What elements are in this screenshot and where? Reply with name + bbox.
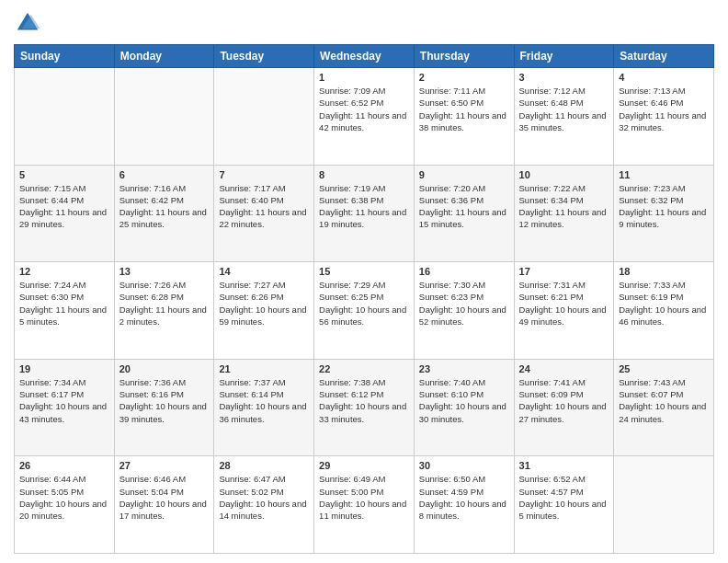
day-cell: 11Sunrise: 7:23 AM Sunset: 6:32 PM Dayli… xyxy=(614,165,714,262)
day-info: Sunrise: 7:34 AM Sunset: 6:17 PM Dayligh… xyxy=(19,376,109,425)
day-info: Sunrise: 7:26 AM Sunset: 6:28 PM Dayligh… xyxy=(119,279,210,327)
day-number: 16 xyxy=(419,266,509,277)
day-info: Sunrise: 6:44 AM Sunset: 5:05 PM Dayligh… xyxy=(19,473,109,522)
day-info: Sunrise: 7:23 AM Sunset: 6:32 PM Dayligh… xyxy=(619,182,709,231)
day-info: Sunrise: 7:13 AM Sunset: 6:46 PM Dayligh… xyxy=(619,85,709,133)
day-cell: 15Sunrise: 7:29 AM Sunset: 6:25 PM Dayli… xyxy=(314,262,415,360)
calendar-body: 1Sunrise: 7:09 AM Sunset: 6:52 PM Daylig… xyxy=(15,68,714,554)
day-cell: 10Sunrise: 7:22 AM Sunset: 6:34 PM Dayli… xyxy=(514,165,614,262)
day-number: 12 xyxy=(19,266,109,277)
day-info: Sunrise: 6:50 AM Sunset: 4:59 PM Dayligh… xyxy=(419,473,509,522)
day-info: Sunrise: 7:11 AM Sunset: 6:50 PM Dayligh… xyxy=(419,85,509,133)
header-row: SundayMondayTuesdayWednesdayThursdayFrid… xyxy=(15,45,714,68)
day-number: 11 xyxy=(619,169,709,180)
day-cell: 4Sunrise: 7:13 AM Sunset: 6:46 PM Daylig… xyxy=(614,68,714,166)
day-number: 10 xyxy=(519,169,609,180)
header xyxy=(14,9,714,37)
week-row-5: 26Sunrise: 6:44 AM Sunset: 5:05 PM Dayli… xyxy=(15,456,714,554)
day-number: 17 xyxy=(519,266,609,277)
day-number: 9 xyxy=(419,169,509,180)
day-number: 1 xyxy=(319,72,409,83)
day-header-monday: Monday xyxy=(114,45,214,68)
day-cell: 18Sunrise: 7:33 AM Sunset: 6:19 PM Dayli… xyxy=(614,262,714,360)
day-number: 25 xyxy=(619,363,709,374)
day-cell: 6Sunrise: 7:16 AM Sunset: 6:42 PM Daylig… xyxy=(114,165,214,262)
day-info: Sunrise: 7:37 AM Sunset: 6:14 PM Dayligh… xyxy=(219,376,309,425)
day-info: Sunrise: 7:17 AM Sunset: 6:40 PM Dayligh… xyxy=(219,182,309,231)
day-cell: 17Sunrise: 7:31 AM Sunset: 6:21 PM Dayli… xyxy=(514,262,614,360)
day-cell: 7Sunrise: 7:17 AM Sunset: 6:40 PM Daylig… xyxy=(214,165,314,262)
week-row-4: 19Sunrise: 7:34 AM Sunset: 6:17 PM Dayli… xyxy=(15,359,714,456)
day-info: Sunrise: 7:30 AM Sunset: 6:23 PM Dayligh… xyxy=(419,279,509,327)
day-cell: 21Sunrise: 7:37 AM Sunset: 6:14 PM Dayli… xyxy=(214,359,314,456)
day-info: Sunrise: 7:24 AM Sunset: 6:30 PM Dayligh… xyxy=(19,279,109,327)
calendar-header: SundayMondayTuesdayWednesdayThursdayFrid… xyxy=(15,45,714,68)
day-number: 4 xyxy=(619,72,709,83)
day-number: 2 xyxy=(419,72,509,83)
day-cell xyxy=(15,68,115,166)
day-number: 26 xyxy=(19,460,109,471)
day-header-friday: Friday xyxy=(514,45,614,68)
day-number: 19 xyxy=(19,363,109,374)
day-cell: 28Sunrise: 6:47 AM Sunset: 5:02 PM Dayli… xyxy=(214,456,314,554)
day-cell: 24Sunrise: 7:41 AM Sunset: 6:09 PM Dayli… xyxy=(514,359,614,456)
day-cell: 14Sunrise: 7:27 AM Sunset: 6:26 PM Dayli… xyxy=(214,262,314,360)
day-number: 15 xyxy=(319,266,409,277)
day-info: Sunrise: 6:46 AM Sunset: 5:04 PM Dayligh… xyxy=(119,473,210,522)
day-cell: 27Sunrise: 6:46 AM Sunset: 5:04 PM Dayli… xyxy=(114,456,214,554)
day-cell: 5Sunrise: 7:15 AM Sunset: 6:44 PM Daylig… xyxy=(15,165,115,262)
day-info: Sunrise: 7:12 AM Sunset: 6:48 PM Dayligh… xyxy=(519,85,609,133)
day-number: 3 xyxy=(519,72,609,83)
day-number: 31 xyxy=(519,460,609,471)
day-cell: 23Sunrise: 7:40 AM Sunset: 6:10 PM Dayli… xyxy=(414,359,514,456)
day-info: Sunrise: 7:33 AM Sunset: 6:19 PM Dayligh… xyxy=(619,279,709,327)
week-row-1: 1Sunrise: 7:09 AM Sunset: 6:52 PM Daylig… xyxy=(15,68,714,166)
day-cell: 1Sunrise: 7:09 AM Sunset: 6:52 PM Daylig… xyxy=(314,68,415,166)
day-info: Sunrise: 7:41 AM Sunset: 6:09 PM Dayligh… xyxy=(519,376,609,425)
day-cell: 30Sunrise: 6:50 AM Sunset: 4:59 PM Dayli… xyxy=(414,456,514,554)
week-row-3: 12Sunrise: 7:24 AM Sunset: 6:30 PM Dayli… xyxy=(15,262,714,360)
day-number: 24 xyxy=(519,363,609,374)
day-header-thursday: Thursday xyxy=(414,45,514,68)
day-info: Sunrise: 7:29 AM Sunset: 6:25 PM Dayligh… xyxy=(319,279,409,327)
day-number: 7 xyxy=(219,169,309,180)
day-info: Sunrise: 7:15 AM Sunset: 6:44 PM Dayligh… xyxy=(19,182,109,231)
day-info: Sunrise: 7:22 AM Sunset: 6:34 PM Dayligh… xyxy=(519,182,609,231)
day-header-saturday: Saturday xyxy=(614,45,714,68)
day-info: Sunrise: 6:47 AM Sunset: 5:02 PM Dayligh… xyxy=(219,473,309,522)
day-cell: 31Sunrise: 6:52 AM Sunset: 4:57 PM Dayli… xyxy=(514,456,614,554)
day-cell: 29Sunrise: 6:49 AM Sunset: 5:00 PM Dayli… xyxy=(314,456,415,554)
day-cell: 9Sunrise: 7:20 AM Sunset: 6:36 PM Daylig… xyxy=(414,165,514,262)
day-info: Sunrise: 7:43 AM Sunset: 6:07 PM Dayligh… xyxy=(619,376,709,425)
logo-icon xyxy=(14,9,41,37)
day-number: 29 xyxy=(319,460,409,471)
day-header-tuesday: Tuesday xyxy=(214,45,314,68)
day-cell: 13Sunrise: 7:26 AM Sunset: 6:28 PM Dayli… xyxy=(114,262,214,360)
day-cell: 12Sunrise: 7:24 AM Sunset: 6:30 PM Dayli… xyxy=(15,262,115,360)
day-number: 27 xyxy=(119,460,210,471)
day-cell xyxy=(114,68,214,166)
day-info: Sunrise: 7:36 AM Sunset: 6:16 PM Dayligh… xyxy=(119,376,210,425)
day-cell: 19Sunrise: 7:34 AM Sunset: 6:17 PM Dayli… xyxy=(15,359,115,456)
day-number: 22 xyxy=(319,363,409,374)
day-number: 8 xyxy=(319,169,409,180)
day-info: Sunrise: 7:20 AM Sunset: 6:36 PM Dayligh… xyxy=(419,182,509,231)
day-number: 20 xyxy=(119,363,210,374)
day-info: Sunrise: 7:38 AM Sunset: 6:12 PM Dayligh… xyxy=(319,376,409,425)
day-cell: 8Sunrise: 7:19 AM Sunset: 6:38 PM Daylig… xyxy=(314,165,415,262)
day-info: Sunrise: 6:49 AM Sunset: 5:00 PM Dayligh… xyxy=(319,473,409,522)
day-number: 23 xyxy=(419,363,509,374)
day-number: 6 xyxy=(119,169,210,180)
day-info: Sunrise: 7:40 AM Sunset: 6:10 PM Dayligh… xyxy=(419,376,509,425)
day-header-sunday: Sunday xyxy=(15,45,115,68)
day-info: Sunrise: 7:09 AM Sunset: 6:52 PM Dayligh… xyxy=(319,85,409,133)
day-cell: 3Sunrise: 7:12 AM Sunset: 6:48 PM Daylig… xyxy=(514,68,614,166)
day-cell: 16Sunrise: 7:30 AM Sunset: 6:23 PM Dayli… xyxy=(414,262,514,360)
page: SundayMondayTuesdayWednesdayThursdayFrid… xyxy=(0,0,728,563)
day-info: Sunrise: 7:27 AM Sunset: 6:26 PM Dayligh… xyxy=(219,279,309,327)
day-number: 28 xyxy=(219,460,309,471)
day-info: Sunrise: 7:19 AM Sunset: 6:38 PM Dayligh… xyxy=(319,182,409,231)
day-cell: 26Sunrise: 6:44 AM Sunset: 5:05 PM Dayli… xyxy=(15,456,115,554)
day-number: 30 xyxy=(419,460,509,471)
day-number: 13 xyxy=(119,266,210,277)
